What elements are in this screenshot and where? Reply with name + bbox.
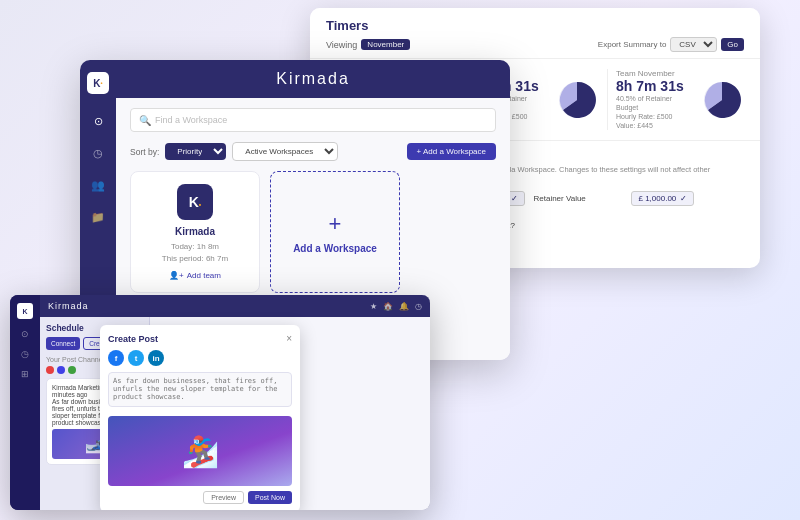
facebook-icon[interactable]: f [108,350,124,366]
filter-dot-3[interactable] [68,366,76,374]
sched-nav-icon-4[interactable]: ◷ [415,302,422,311]
close-icon[interactable]: × [286,333,292,344]
modal-actions: Preview Post Now [108,491,292,504]
export-label: Export Summary to [598,40,666,49]
timers-header: Timers Viewing November Export Summary t… [310,8,760,59]
modal-skier-icon: 🏂 [182,434,219,469]
export-select[interactable]: CSV PDF [670,37,717,52]
search-icon: 🔍 [139,115,151,126]
schedule-sidebar: K ⊙ ◷ ⊞ [10,295,40,510]
schedule-window: K ⊙ ◷ ⊞ Kirmada ★ 🏠 🔔 ◷ Schedule Connect… [10,295,430,510]
sidebar-logo: K• [87,72,109,94]
add-team-link[interactable]: 👤+ Add team [169,271,221,280]
stat-divider-2 [607,69,608,130]
priority-select[interactable]: Priority [165,143,226,160]
kirmada-brand: Kirmada [276,70,350,88]
add-workspace-button[interactable]: + Add a Workspace [407,143,496,160]
team-november-detail: 40.5% of Retainer BudgetHourly Rate: £50… [616,94,692,130]
workspaces-grid: K• Kirmada Today: 1h 8m This period: 6h … [130,171,496,293]
linkedin-icon[interactable]: in [148,350,164,366]
modal-header: Create Post × [108,333,292,344]
sched-nav-icon-1[interactable]: ★ [370,302,377,311]
create-post-modal: Create Post × f t in 🏂 Preview Post No [100,325,300,510]
stat-team-november: Team November 8h 7m 31s 40.5% of Retaine… [616,69,744,130]
active-workspaces-select[interactable]: Active Workspaces [232,142,338,161]
schedule-main: Kirmada ★ 🏠 🔔 ◷ Schedule Connect Create … [40,295,430,510]
workspace-today-time: Today: 1h 8m This period: 6h 7m [162,241,228,265]
add-plus-icon: + [329,211,342,237]
november-chart [555,78,599,122]
add-team-icon: 👤+ [169,271,184,280]
filter-dot-2[interactable] [57,366,65,374]
sidebar-icon-team[interactable]: 👥 [89,176,107,194]
schedule-right-panel: Create Post × f t in 🏂 Preview Post No [150,317,430,510]
sched-nav-icon-2[interactable]: 🏠 [383,302,393,311]
timers-viewing: Viewing November [326,39,410,50]
sched-brand: Kirmada [48,301,89,311]
sort-label: Sort by: [130,147,159,157]
retainer-value: £ 1,000.00 ✓ [631,191,694,206]
workspace-icon: K• [177,184,213,220]
connect-btn[interactable]: Connect [46,337,80,350]
post-textarea[interactable] [108,372,292,407]
add-workspace-card[interactable]: + Add a Workspace [270,171,400,293]
schedule-content: Schedule Connect Create Your Post Channe… [40,317,430,510]
sched-nav-icon-3[interactable]: 🔔 [399,302,409,311]
sched-icon-team[interactable]: ⊞ [21,369,29,379]
social-icons-row: f t in [108,350,292,366]
filter-dot-1[interactable] [46,366,54,374]
sched-icon-timer[interactable]: ◷ [21,349,29,359]
twitter-icon[interactable]: t [128,350,144,366]
kirmada-topbar: Kirmada [116,60,510,98]
retainer-value-label: Retainer Value [533,194,623,203]
modal-title: Create Post [108,334,158,344]
schedule-topbar: Kirmada ★ 🏠 🔔 ◷ [40,295,430,317]
image-preview: 🏂 [108,416,292,486]
sidebar-icon-timer[interactable]: ◷ [89,144,107,162]
export-controls: Export Summary to CSV PDF Go [598,37,744,52]
team-november-time: 8h 7m 31s [616,78,692,94]
viewing-label: Viewing [326,40,357,50]
search-row: 🔍 Find a Workspace [130,108,496,132]
check-icon-2: ✓ [680,194,687,203]
stat-team-info: Team November 8h 7m 31s 40.5% of Retaine… [616,69,692,130]
preview-button[interactable]: Preview [203,491,244,504]
team-november-chart [700,78,744,122]
filter-row: Sort by: Priority Active Workspaces + Ad… [130,142,496,161]
workspace-card-kirmada[interactable]: K• Kirmada Today: 1h 8m This period: 6h … [130,171,260,293]
timers-title: Timers [326,18,744,33]
search-box[interactable]: 🔍 Find a Workspace [130,108,496,132]
workspace-logo-letter: K• [189,194,202,210]
sidebar-icon-home[interactable]: ⊙ [89,112,107,130]
sched-icon-home[interactable]: ⊙ [21,329,29,339]
team-november-label: Team November [616,69,692,78]
schedule-logo: K [17,303,33,319]
add-workspace-label: Add a Workspace [293,243,377,254]
timers-controls: Viewing November Export Summary to CSV P… [326,37,744,58]
check-icon: ✓ [511,194,518,203]
sched-nav-icons: ★ 🏠 🔔 ◷ [370,302,422,311]
workspace-name: Kirmada [175,226,215,237]
month-badge[interactable]: November [361,39,410,50]
sidebar-icon-files[interactable]: 📁 [89,208,107,226]
go-button[interactable]: Go [721,38,744,51]
search-placeholder: Find a Workspace [155,115,227,125]
post-now-button[interactable]: Post Now [248,491,292,504]
